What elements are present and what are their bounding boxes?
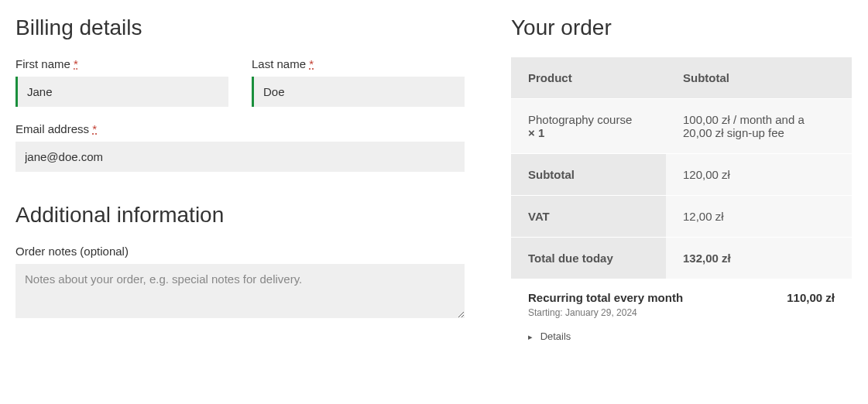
recurring-total-row: Recurring total every month 110,00 zł St… <box>511 279 852 326</box>
email-label-text: Email address <box>15 122 89 135</box>
order-notes-label: Order notes (optional) <box>15 245 465 258</box>
subtotal-column-header: Subtotal <box>666 57 852 99</box>
billing-heading: Billing details <box>15 15 465 40</box>
last-name-label-text: Last name <box>252 57 306 70</box>
vat-value: 12,00 zł <box>666 196 852 238</box>
order-heading: Your order <box>511 15 852 40</box>
first-name-label-text: First name <box>15 57 70 70</box>
subtotal-label: Subtotal <box>511 154 666 196</box>
total-label: Total due today <box>511 238 666 279</box>
required-asterisk: * <box>74 57 78 70</box>
required-asterisk: * <box>92 122 97 135</box>
recurring-label-text: Recurring total every month <box>528 291 683 304</box>
details-label: Details <box>540 330 571 342</box>
order-table: Product Subtotal Photography course × 1 … <box>511 57 852 279</box>
total-value: 132,00 zł <box>666 238 852 279</box>
required-asterisk: * <box>309 57 314 70</box>
product-subtotal: 100,00 zł / month and a 20,00 zł sign-up… <box>666 99 852 154</box>
product-name: Photography course <box>528 113 632 126</box>
product-qty: × 1 <box>528 126 544 139</box>
email-input[interactable] <box>15 142 465 172</box>
recurring-amount: 110,00 zł <box>787 291 835 304</box>
first-name-label: First name * <box>15 57 228 70</box>
subtotal-value: 120,00 zł <box>666 154 852 196</box>
last-name-input[interactable] <box>252 77 465 107</box>
vat-label: VAT <box>511 196 666 238</box>
product-column-header: Product <box>511 57 666 99</box>
order-notes-input[interactable] <box>15 264 465 318</box>
additional-heading: Additional information <box>15 203 465 228</box>
email-label: Email address * <box>15 122 465 135</box>
order-item-row: Photography course × 1 100,00 zł / month… <box>511 99 852 154</box>
recurring-starting: Starting: January 29, 2024 <box>528 307 835 318</box>
last-name-label: Last name * <box>252 57 465 70</box>
details-toggle[interactable]: Details <box>511 326 852 353</box>
first-name-input[interactable] <box>15 77 228 107</box>
